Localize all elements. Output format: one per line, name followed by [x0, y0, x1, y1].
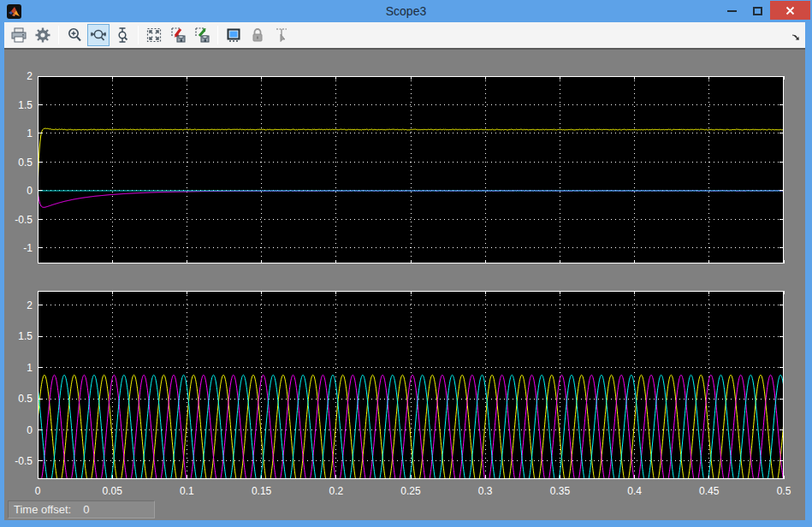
y-tick-label: 0	[27, 185, 33, 197]
toolbar-separator	[217, 26, 218, 44]
y-tick-label: 1	[27, 127, 33, 139]
y-tick-label: 0.5	[18, 393, 33, 405]
zoom-x-icon	[90, 27, 107, 44]
y-tick-label: -1	[23, 242, 33, 254]
time-offset-label: Time offset:	[14, 503, 71, 516]
window-title: Scope3	[0, 4, 812, 18]
autoscale-button[interactable]	[143, 24, 165, 46]
save-axes-settings-icon	[169, 27, 187, 44]
zoom-button[interactable]	[63, 24, 86, 46]
save-axes-settings-button[interactable]	[167, 24, 189, 46]
x-tick-label: 0.5	[777, 485, 791, 497]
zoom-icon	[66, 27, 83, 44]
y-tick-label: 1	[27, 362, 33, 374]
zoom-y-button[interactable]	[111, 24, 133, 46]
lock-axes-button[interactable]	[246, 24, 269, 46]
y-tick-label: 2	[27, 299, 33, 311]
x-tick-label: 0.3	[478, 485, 493, 497]
y-tick-label: -0.5	[15, 214, 33, 226]
status-bar: Time offset: 0	[4, 498, 805, 520]
y-tick-label: 0.5	[18, 157, 33, 169]
signal-selection-button[interactable]	[270, 24, 293, 46]
floating-scope-icon	[225, 27, 242, 44]
restore-axes-settings-button[interactable]	[191, 24, 213, 46]
x-tick-label: 0.4	[627, 485, 642, 497]
x-tick-label: 0.15	[252, 485, 272, 497]
signal-selection-icon	[273, 27, 290, 44]
x-tick-label: 0.2	[329, 485, 343, 497]
autoscale-icon	[145, 27, 163, 44]
window-controls	[719, 0, 812, 22]
x-tick-label: 0.05	[103, 485, 123, 497]
floating-scope-button[interactable]	[222, 24, 245, 46]
x-tick-label: 0.45	[699, 485, 720, 497]
scope-content: 21.510.50-0.5-121.510.50-0.500.050.10.15…	[4, 22, 805, 520]
minimize-icon	[727, 10, 737, 12]
scope-plot-area[interactable]: 21.510.50-0.5-121.510.50-0.500.050.10.15…	[4, 50, 805, 498]
scope-window: Scope3	[0, 0, 812, 527]
print-icon	[10, 27, 27, 44]
time-offset-panel: Time offset: 0	[8, 500, 155, 518]
toolbar-separator	[138, 26, 139, 44]
minimize-button[interactable]	[719, 2, 744, 21]
close-button[interactable]	[770, 1, 810, 20]
x-tick-label: 0.1	[180, 485, 194, 497]
close-icon	[785, 6, 795, 15]
time-offset-value: 0	[83, 503, 89, 516]
y-tick-label: 1.5	[18, 99, 33, 111]
zoom-y-icon	[114, 27, 131, 44]
gear-icon	[34, 27, 51, 44]
toolbar-separator	[58, 26, 59, 44]
x-tick-label: 0.35	[550, 485, 571, 497]
x-tick-label: 0.25	[400, 485, 421, 497]
zoom-x-button[interactable]	[87, 24, 110, 46]
toolbar-overflow-button[interactable]	[791, 29, 801, 44]
maximize-icon	[753, 7, 762, 15]
y-tick-label: 2	[27, 70, 33, 82]
y-tick-label: -0.5	[15, 455, 33, 467]
parameters-button[interactable]	[32, 24, 54, 46]
y-tick-label: 0	[27, 424, 33, 436]
lock-icon	[249, 27, 266, 44]
toolbar-overflow-icon	[791, 32, 801, 41]
top-axes: 21.510.50-0.5-1	[15, 70, 784, 264]
restore-axes-settings-icon	[193, 27, 210, 44]
scope-toolbar	[4, 22, 805, 50]
maximize-button[interactable]	[744, 2, 770, 21]
titlebar: Scope3	[0, 0, 812, 22]
x-tick-label: 0	[35, 485, 41, 497]
y-tick-label: 1.5	[18, 330, 33, 342]
bottom-axes: 21.510.50-0.500.050.10.150.20.250.30.350…	[15, 291, 791, 497]
print-button[interactable]	[8, 24, 30, 46]
